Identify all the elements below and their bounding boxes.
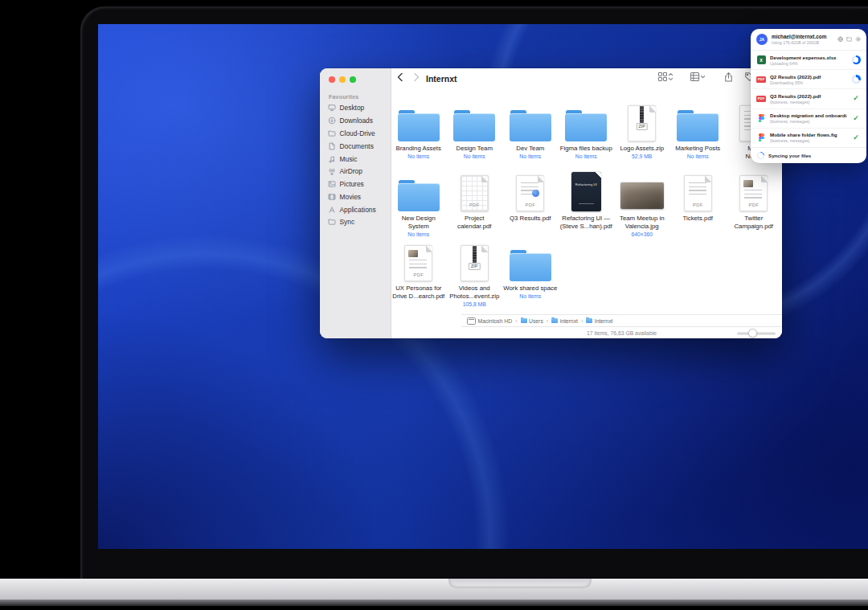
image-thumbnail-icon: [620, 182, 664, 209]
desktop: Favourites Desktop Downloads Cloud-Drive…: [0, 0, 868, 610]
items-count: 17 items, 76,63 GB available: [587, 330, 657, 336]
laptop-base-edge: [0, 600, 868, 606]
sidebar-item-downloads[interactable]: Downloads: [320, 114, 391, 127]
finder-toolbar: Internxt: [391, 68, 782, 91]
figma-icon: [759, 133, 764, 141]
folder-icon: [328, 129, 336, 137]
desktop-icon: [328, 104, 336, 112]
breadcrumb-users[interactable]: Users: [521, 318, 543, 324]
minimize-button[interactable]: [339, 76, 346, 83]
file-item[interactable]: Design Team No items: [447, 103, 503, 172]
sync-status-text: Syncing your files: [768, 153, 811, 158]
file-item[interactable]: Figma files backup No items: [559, 103, 615, 172]
account-email: michael@internxt.com: [772, 34, 833, 39]
file-item[interactable]: Work shared space No items: [502, 243, 559, 312]
sidebar-item-applications[interactable]: Applications: [320, 203, 391, 216]
storage-usage: Using 176,42GB of 200GB: [772, 40, 833, 45]
file-item[interactable]: Team Meetup in Valencia.jpg 640×360: [614, 173, 670, 242]
transfer-item[interactable]: PDF Q3 Results (2022).pdf (business, mes…: [751, 88, 866, 108]
excel-icon: x: [757, 55, 766, 64]
popup-footer: Syncing your files: [751, 147, 866, 163]
close-button[interactable]: [329, 76, 335, 83]
laptop-base: [0, 579, 868, 600]
forward-button[interactable]: [411, 72, 421, 83]
folder-icon: [677, 110, 719, 141]
disk-icon: [467, 317, 476, 325]
pdf-icon: PDF: [756, 96, 766, 102]
sidebar-section-header: Favourites: [320, 83, 391, 102]
file-item[interactable]: PDF Q3 Results.pdf: [502, 173, 559, 242]
transfer-item[interactable]: Mobile share folder flows.fig (business,…: [751, 128, 866, 147]
book-cover-icon: Refactoring UI: [571, 172, 601, 211]
transfer-item[interactable]: Desktop migration and onboardi... (busin…: [751, 108, 866, 128]
sidebar-item-sync[interactable]: Sync: [320, 216, 391, 229]
popup-header: JA michael@internxt.com Using 176,42GB o…: [751, 29, 866, 50]
breadcrumb-internxt[interactable]: Internxt: [586, 318, 612, 324]
internxt-sync-popup: JA michael@internxt.com Using 176,42GB o…: [751, 29, 866, 163]
breadcrumb-internxt-user[interactable]: internxt: [551, 318, 578, 324]
zoom-button[interactable]: [350, 76, 356, 83]
folder-icon: [586, 318, 592, 323]
pictures-icon: [328, 180, 336, 188]
download-progress-ring: [852, 75, 861, 84]
transfer-item[interactable]: x Development expenses.xlsx Uploading 64…: [751, 51, 866, 69]
pdf-image-icon: PDF: [739, 175, 768, 211]
file-item[interactable]: ZIP Logo Assets.zip 52,9 MB: [614, 103, 670, 172]
finder-statusbar: Macintosh HD › Users › internxt › Intern…: [461, 314, 782, 338]
breadcrumb-macintosh-hd[interactable]: Macintosh HD: [467, 317, 512, 325]
downloads-icon: [328, 117, 336, 125]
globe-icon[interactable]: [837, 36, 844, 43]
sidebar-item-airdrop[interactable]: AirDrop: [320, 165, 391, 178]
window-controls: [320, 68, 391, 83]
document-icon: [328, 142, 336, 150]
file-item[interactable]: PDF Twitter Campaign.pdf: [726, 173, 782, 242]
file-item[interactable]: PDF Tickets.pdf: [670, 173, 727, 242]
finder-sidebar: Favourites Desktop Downloads Cloud-Drive…: [320, 68, 391, 338]
sidebar-item-desktop[interactable]: Desktop: [320, 102, 391, 115]
folder-icon: [328, 218, 336, 226]
folder-icon[interactable]: [846, 36, 853, 43]
sidebar-item-pictures[interactable]: Pictures: [320, 178, 391, 190]
pdf-table-icon: PDF: [461, 175, 489, 211]
applications-icon: [328, 206, 336, 214]
pdf-icon: PDF: [756, 76, 766, 83]
folder-icon: [521, 318, 527, 323]
icon-size-slider[interactable]: [737, 332, 776, 334]
breadcrumb: Macintosh HD › Users › internxt › Intern…: [461, 314, 782, 326]
sidebar-item-cloud-drive[interactable]: Cloud-Drive: [320, 127, 391, 140]
file-item[interactable]: PDF Project calendar.pdf: [447, 173, 503, 242]
file-item[interactable]: ZIP Videos and Photos...event.zip 105,8 …: [447, 243, 503, 312]
transfer-item[interactable]: PDF Q2 Results (2022).pdf Downloading 35…: [751, 69, 866, 88]
check-icon: ✓: [853, 115, 859, 122]
file-item[interactable]: Dev Team No items: [502, 103, 559, 172]
status-summary-row: 17 items, 76,63 GB available: [461, 326, 782, 338]
finder-content: Internxt: [391, 68, 782, 338]
check-icon: ✓: [853, 95, 859, 102]
share-button[interactable]: [723, 72, 734, 83]
folder-icon: [565, 110, 607, 141]
sidebar-item-music[interactable]: Music: [320, 153, 391, 166]
folder-icon: [453, 110, 495, 141]
file-item[interactable]: New Design System No items: [391, 173, 447, 242]
sort-chevrons-icon: [668, 72, 674, 82]
file-item[interactable]: Marketing Posts No items: [670, 103, 727, 172]
file-item[interactable]: Branding Assets No items: [391, 103, 447, 172]
back-button[interactable]: [395, 72, 405, 83]
sidebar-item-documents[interactable]: Documents: [320, 140, 391, 153]
sync-spinner-icon: [755, 150, 766, 161]
transfer-list: x Development expenses.xlsx Uploading 64…: [751, 50, 866, 147]
music-icon: [328, 155, 336, 163]
film-icon: [328, 193, 336, 201]
group-view-button[interactable]: [690, 72, 706, 82]
sidebar-item-movies[interactable]: Movies: [320, 190, 391, 203]
file-item[interactable]: Refactoring UI Refactoring UI — (Steve S…: [559, 173, 615, 242]
finder-window: Favourites Desktop Downloads Cloud-Drive…: [320, 68, 782, 338]
gear-icon[interactable]: [855, 36, 862, 43]
upload-progress-ring: [852, 55, 861, 64]
slider-knob[interactable]: [748, 329, 757, 338]
pdf-image-icon: PDF: [404, 245, 432, 281]
chevron-down-icon: [700, 72, 706, 82]
icon-view-button[interactable]: [657, 72, 674, 82]
avatar: JA: [756, 34, 768, 45]
file-item[interactable]: PDF UX Personas for Drive D...earch.pdf: [391, 243, 447, 312]
